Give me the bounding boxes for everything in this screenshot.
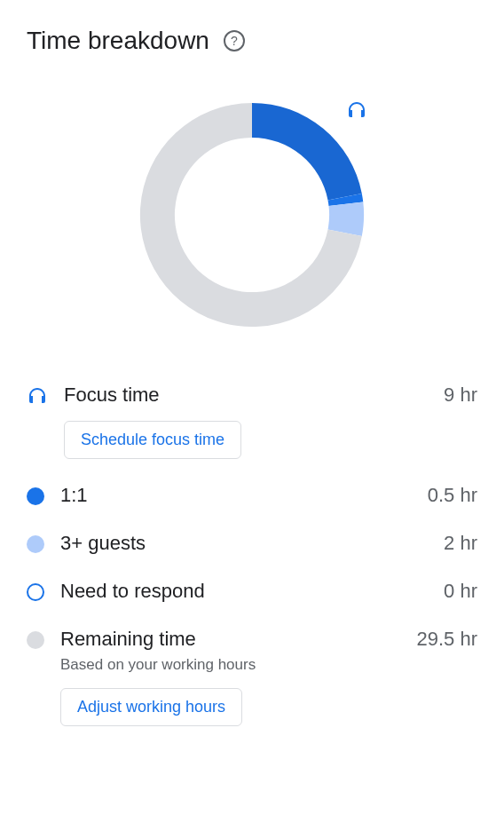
legend-label: Remaining time	[60, 628, 196, 651]
legend-value: 0 hr	[444, 580, 477, 603]
action-button[interactable]: Adjust working hours	[60, 688, 242, 726]
legend-row: 1:10.5 hr	[60, 484, 477, 507]
action-button[interactable]: Schedule focus time	[64, 421, 241, 459]
legend-label: 3+ guests	[60, 532, 146, 555]
headphones-icon	[27, 385, 48, 407]
legend-value: 29.5 hr	[417, 628, 478, 651]
legend-content: Need to respond0 hr	[60, 580, 477, 603]
donut-chart	[137, 99, 367, 330]
legend-row: Need to respond0 hr	[60, 580, 477, 603]
legend: Focus time9 hrSchedule focus time1:10.5 …	[27, 384, 477, 726]
legend-value: 2 hr	[444, 532, 477, 555]
legend-dot-icon	[27, 487, 44, 505]
legend-value: 0.5 hr	[428, 484, 477, 507]
legend-item: 1:10.5 hr	[27, 484, 477, 507]
legend-label: 1:1	[60, 484, 88, 507]
legend-item: Need to respond0 hr	[27, 580, 477, 603]
legend-label: Focus time	[64, 384, 160, 407]
legend-subtitle: Based on your working hours	[60, 656, 477, 674]
legend-item: 3+ guests2 hr	[27, 532, 477, 555]
headphones-icon	[346, 99, 367, 124]
legend-row: Remaining time29.5 hr	[60, 628, 477, 651]
donut-wrap	[137, 99, 367, 330]
legend-ring-icon	[27, 583, 44, 601]
legend-item: Remaining time29.5 hrBased on your worki…	[27, 628, 477, 726]
legend-content: Focus time9 hrSchedule focus time	[64, 384, 477, 459]
legend-content: 1:10.5 hr	[60, 484, 477, 507]
legend-content: 3+ guests2 hr	[60, 532, 477, 555]
page-title: Time breakdown	[27, 27, 209, 55]
legend-item: Focus time9 hrSchedule focus time	[27, 384, 477, 459]
header: Time breakdown ?	[27, 27, 477, 55]
legend-label: Need to respond	[60, 580, 205, 603]
legend-row: Focus time9 hr	[64, 384, 477, 407]
help-icon[interactable]: ?	[224, 30, 245, 51]
legend-dot-icon	[27, 631, 44, 649]
donut-chart-container	[27, 99, 477, 330]
legend-content: Remaining time29.5 hrBased on your worki…	[60, 628, 477, 726]
legend-dot-icon	[27, 535, 44, 553]
legend-value: 9 hr	[444, 384, 477, 407]
legend-row: 3+ guests2 hr	[60, 532, 477, 555]
